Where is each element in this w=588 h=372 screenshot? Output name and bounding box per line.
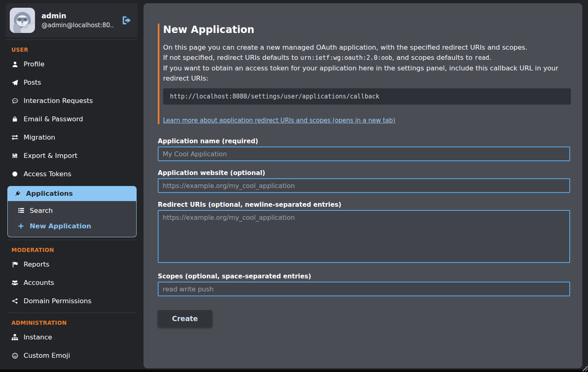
exchange-arrows-icon — [11, 134, 18, 141]
sidebar-item-export-import[interactable]: Export & Import — [6, 147, 137, 165]
intro-line2-prefix: If not specified, redirect URIs defaults… — [163, 54, 301, 61]
application-website-input[interactable] — [158, 178, 570, 193]
resize-grip[interactable] — [581, 365, 588, 371]
logout-button[interactable] — [120, 14, 133, 26]
learn-more-link[interactable]: Learn more about application redirect UR… — [163, 117, 395, 124]
sidebar-item-label: Reports — [24, 260, 49, 268]
create-button[interactable]: Create — [158, 310, 212, 327]
sidebar-item-label: Interaction Requests — [24, 97, 93, 105]
sidebar-section-moderation: MODERATION — [11, 247, 137, 253]
divider — [7, 240, 137, 240]
list-icon — [17, 207, 24, 214]
scopes-field: Scopes (optional, space-separated entrie… — [158, 273, 570, 296]
intro-line2-suffix: . — [489, 54, 491, 61]
user-handle: @admin@localhost:80... — [41, 22, 114, 29]
intro-line3: If you want to obtain an access token fo… — [163, 64, 558, 82]
sidebar-item-label: Applications — [26, 190, 73, 197]
scopes-label: Scopes (optional, space-separated entrie… — [158, 273, 570, 280]
sidebar-item-search[interactable]: Search — [8, 203, 136, 218]
redirect-uris-field: Redirect URIs (optional, newline-separat… — [158, 201, 570, 265]
sidebar-item-reports[interactable]: Reports — [6, 255, 137, 274]
settings-sidebar: admin @admin@localhost:80... USER Profil… — [0, 0, 144, 372]
paper-plane-icon — [11, 79, 18, 86]
sidebar-item-label: Instance — [24, 333, 52, 341]
application-name-field: Application name (required) — [158, 138, 570, 161]
sidebar-item-label: Migration — [24, 133, 55, 141]
sidebar-item-migration[interactable]: Migration — [6, 128, 137, 147]
users-icon — [11, 279, 18, 286]
sidebar-item-label: Export & Import — [24, 152, 77, 160]
application-website-label: Application website (optional) — [158, 169, 570, 177]
sidebar-item-domain-permissions[interactable]: Domain Permissions — [6, 292, 137, 310]
new-application-intro: New Application On this page you can cre… — [158, 24, 571, 124]
certificate-icon — [11, 171, 18, 177]
application-website-field: Application website (optional) — [158, 169, 570, 193]
sidebar-section-administration: ADMINISTRATION — [11, 319, 137, 326]
sitemap-icon — [11, 334, 18, 341]
application-name-input[interactable] — [158, 147, 570, 161]
sidebar-item-label: Search — [30, 207, 53, 214]
divider — [7, 313, 137, 313]
user-icon — [11, 61, 18, 68]
sign-out-icon — [121, 15, 132, 26]
user-info: admin @admin@localhost:80... — [41, 12, 114, 29]
share-nodes-icon — [11, 298, 18, 304]
sidebar-item-applications[interactable]: Applications — [7, 186, 137, 201]
divider — [6, 39, 137, 40]
sidebar-item-instance[interactable]: Instance — [6, 328, 137, 346]
new-application-form: Application name (required) Application … — [158, 138, 570, 327]
intro-text: On this page you can create a new manage… — [163, 42, 571, 83]
sidebar-item-label: Access Tokens — [24, 170, 71, 178]
sidebar-item-posts[interactable]: Posts — [6, 73, 137, 92]
username: admin — [41, 12, 114, 20]
sidebar-item-label: Custom Emoji — [24, 352, 70, 359]
sidebar-section-user: USER — [11, 46, 137, 53]
intro-line1: On this page you can create a new manage… — [163, 44, 527, 51]
sidebar-item-label: Domain Permissions — [24, 297, 91, 305]
sloth-avatar — [10, 8, 35, 33]
sidebar-item-access-tokens[interactable]: Access Tokens — [6, 165, 137, 183]
page-title: New Application — [163, 24, 571, 35]
user-card: admin @admin@localhost:80... — [6, 3, 137, 37]
redirect-uris-label: Redirect URIs (optional, newline-separat… — [158, 201, 570, 208]
sidebar-item-interaction-requests[interactable]: Interaction Requests — [6, 92, 137, 110]
comment-dots-icon — [11, 98, 18, 104]
sidebar-item-label: Accounts — [24, 279, 54, 287]
read-code: read — [475, 54, 489, 61]
applications-block: Applications Search N — [7, 186, 137, 237]
redirect-uris-textarea[interactable] — [158, 210, 570, 263]
callback-url-code: http://localhost:8080/settings/user/appl… — [163, 88, 571, 105]
applications-submenu: Search New Application — [7, 201, 137, 237]
plug-icon — [14, 190, 21, 197]
application-name-label: Application name (required) — [158, 138, 570, 145]
sidebar-item-new-application[interactable]: New Application — [8, 218, 136, 234]
smile-icon — [11, 352, 18, 359]
sidebar-item-label: Profile — [24, 60, 44, 68]
sidebar-item-label: Email & Password — [24, 115, 83, 123]
sidebar-item-profile[interactable]: Profile — [6, 55, 137, 73]
main-panel: New Application On this page you can cre… — [144, 3, 582, 368]
sidebar-item-email-password[interactable]: Email & Password — [6, 110, 137, 128]
floppy-disk-icon — [11, 153, 18, 159]
sidebar-item-label: New Application — [30, 222, 91, 230]
scopes-input[interactable] — [158, 282, 570, 296]
sidebar-item-custom-emoji[interactable]: Custom Emoji — [6, 346, 137, 365]
sidebar-item-label: Posts — [24, 79, 41, 86]
sidebar-item-accounts[interactable]: Accounts — [6, 274, 137, 292]
plus-icon — [17, 223, 24, 229]
lock-icon — [11, 116, 18, 122]
flag-icon — [11, 261, 18, 268]
page-bottom-edge — [0, 370, 588, 372]
intro-line2-mid: , and scopes defaults to — [392, 54, 475, 61]
oob-code: urn:ietf:wg:oauth:2.0:oob — [301, 54, 392, 61]
